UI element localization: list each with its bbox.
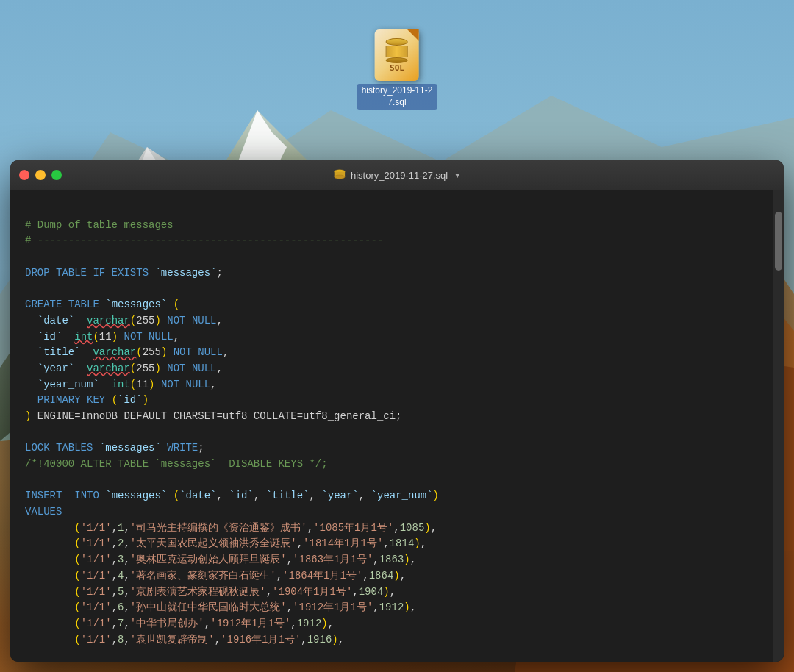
title-dropdown-arrow[interactable]: ▼ <box>454 171 461 179</box>
sql-editor-window: history_2019-11-27.sql ▼ # Dump of table… <box>10 160 784 662</box>
code-editor-area: # Dump of table messages # -------------… <box>10 190 784 662</box>
maximize-button[interactable] <box>51 170 62 180</box>
sql-badge: SQL <box>390 63 404 73</box>
minimize-button[interactable] <box>35 170 46 180</box>
db-top <box>386 38 408 46</box>
window-title-text: history_2019-11-27.sql <box>351 170 448 181</box>
close-button[interactable] <box>19 170 29 180</box>
db-body <box>386 46 408 57</box>
desktop-file-icon[interactable]: SQL history_2019-11-2 7.sql <box>357 29 437 110</box>
db-cylinder-icon <box>386 38 408 63</box>
file-icon-label: history_2019-11-2 7.sql <box>357 84 437 110</box>
window-controls <box>19 170 62 180</box>
svg-point-11 <box>335 175 345 179</box>
scrollbar-track[interactable] <box>773 190 784 662</box>
code-content[interactable]: # Dump of table messages # -------------… <box>10 190 773 662</box>
scrollbar-thumb[interactable] <box>775 212 782 271</box>
window-title: history_2019-11-27.sql ▼ <box>333 168 461 182</box>
sql-file-icon: SQL <box>375 29 419 81</box>
title-bar: history_2019-11-27.sql ▼ <box>10 160 784 190</box>
db-bottom <box>386 57 408 63</box>
title-db-icon <box>333 168 346 182</box>
